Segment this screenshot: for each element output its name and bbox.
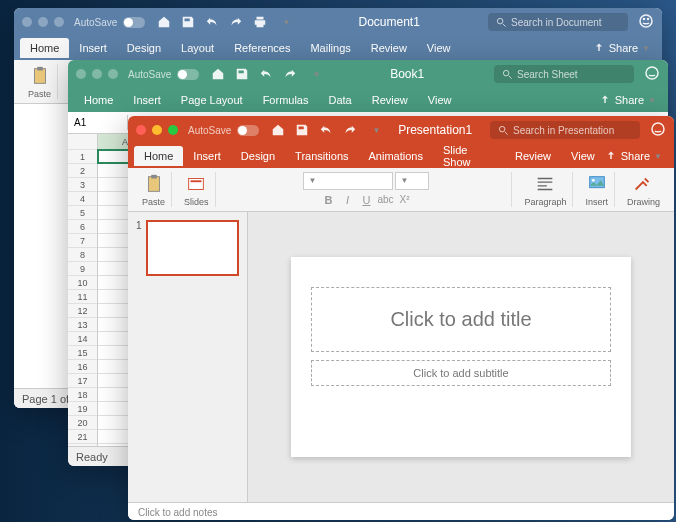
qat-customize-icon[interactable]: ▼ bbox=[312, 70, 320, 79]
insert-icon[interactable] bbox=[586, 173, 608, 195]
tab-view[interactable]: View bbox=[418, 90, 462, 110]
tab-page-layout[interactable]: Page Layout bbox=[171, 90, 253, 110]
undo-icon[interactable] bbox=[205, 15, 219, 29]
maximize-icon[interactable] bbox=[108, 69, 118, 79]
qat-customize-icon[interactable]: ▼ bbox=[282, 18, 290, 27]
home-icon[interactable] bbox=[271, 123, 285, 137]
subtitle-placeholder[interactable]: Click to add subtitle bbox=[311, 360, 611, 386]
paragraph-icon[interactable] bbox=[534, 173, 556, 195]
slide-canvas[interactable]: Click to add title Click to add subtitle bbox=[291, 257, 631, 457]
share-button[interactable]: Share▼ bbox=[599, 94, 662, 106]
slide-thumbnail[interactable]: 1 bbox=[136, 220, 239, 276]
tab-home[interactable]: Home bbox=[134, 146, 183, 166]
tab-insert[interactable]: Insert bbox=[123, 90, 171, 110]
tab-animations[interactable]: Animations bbox=[359, 146, 433, 166]
notes-pane[interactable]: Click to add notes bbox=[128, 502, 674, 520]
row-header[interactable]: 20 bbox=[68, 416, 97, 430]
tab-home[interactable]: Home bbox=[74, 90, 123, 110]
print-icon[interactable] bbox=[253, 15, 267, 29]
feedback-icon[interactable] bbox=[650, 121, 666, 139]
row-header[interactable]: 15 bbox=[68, 346, 97, 360]
maximize-icon[interactable] bbox=[54, 17, 64, 27]
maximize-icon[interactable] bbox=[168, 125, 178, 135]
undo-icon[interactable] bbox=[259, 67, 273, 81]
row-header[interactable]: 21 bbox=[68, 430, 97, 444]
row-header[interactable]: 7 bbox=[68, 234, 97, 248]
paste-icon[interactable] bbox=[29, 65, 51, 87]
underline-button[interactable]: U bbox=[357, 192, 375, 208]
close-icon[interactable] bbox=[76, 69, 86, 79]
row-header[interactable]: 19 bbox=[68, 402, 97, 416]
row-header[interactable]: 13 bbox=[68, 318, 97, 332]
paste-icon[interactable] bbox=[143, 173, 165, 195]
tab-review[interactable]: Review bbox=[505, 146, 561, 166]
tab-layout[interactable]: Layout bbox=[171, 38, 224, 58]
home-icon[interactable] bbox=[157, 15, 171, 29]
search-box[interactable]: Search in Document bbox=[488, 13, 628, 31]
tab-insert[interactable]: Insert bbox=[69, 38, 117, 58]
row-header[interactable]: 10 bbox=[68, 276, 97, 290]
drawing-icon[interactable] bbox=[632, 173, 654, 195]
tab-review[interactable]: Review bbox=[361, 38, 417, 58]
close-icon[interactable] bbox=[22, 17, 32, 27]
close-icon[interactable] bbox=[136, 125, 146, 135]
search-box[interactable]: Search Sheet bbox=[494, 65, 634, 83]
italic-button[interactable]: I bbox=[338, 192, 356, 208]
tab-insert[interactable]: Insert bbox=[183, 146, 231, 166]
tab-home[interactable]: Home bbox=[20, 38, 69, 58]
row-header[interactable]: 11 bbox=[68, 290, 97, 304]
minimize-icon[interactable] bbox=[92, 69, 102, 79]
home-icon[interactable] bbox=[211, 67, 225, 81]
search-box[interactable]: Search in Presentation bbox=[490, 121, 640, 139]
tab-slide-show[interactable]: Slide Show bbox=[433, 140, 505, 172]
redo-icon[interactable] bbox=[229, 15, 243, 29]
tab-design[interactable]: Design bbox=[117, 38, 171, 58]
tab-design[interactable]: Design bbox=[231, 146, 285, 166]
redo-icon[interactable] bbox=[283, 67, 297, 81]
redo-icon[interactable] bbox=[343, 123, 357, 137]
tab-view[interactable]: View bbox=[417, 38, 461, 58]
minimize-icon[interactable] bbox=[152, 125, 162, 135]
tab-data[interactable]: Data bbox=[318, 90, 361, 110]
feedback-icon[interactable] bbox=[644, 65, 660, 83]
tab-review[interactable]: Review bbox=[362, 90, 418, 110]
share-button[interactable]: Share▼ bbox=[605, 150, 668, 162]
font-name-combo[interactable]: ▼ bbox=[303, 172, 393, 190]
autosave-toggle[interactable] bbox=[177, 69, 199, 80]
row-header[interactable]: 3 bbox=[68, 178, 97, 192]
row-header[interactable]: 9 bbox=[68, 262, 97, 276]
minimize-icon[interactable] bbox=[38, 17, 48, 27]
font-size-combo[interactable]: ▼ bbox=[395, 172, 429, 190]
autosave-toggle[interactable] bbox=[123, 17, 145, 28]
row-header[interactable]: 16 bbox=[68, 360, 97, 374]
row-header[interactable]: 6 bbox=[68, 220, 97, 234]
title-placeholder[interactable]: Click to add title bbox=[311, 287, 611, 352]
save-icon[interactable] bbox=[235, 67, 249, 81]
row-header[interactable]: 1 bbox=[68, 150, 97, 164]
feedback-icon[interactable] bbox=[638, 13, 654, 31]
tab-transitions[interactable]: Transitions bbox=[285, 146, 358, 166]
new-slide-icon[interactable] bbox=[185, 173, 207, 195]
superscript-button[interactable]: X² bbox=[395, 192, 413, 208]
row-header[interactable]: 12 bbox=[68, 304, 97, 318]
save-icon[interactable] bbox=[181, 15, 195, 29]
row-header[interactable]: 5 bbox=[68, 206, 97, 220]
save-icon[interactable] bbox=[295, 123, 309, 137]
share-button[interactable]: Share▼ bbox=[593, 42, 656, 54]
qat-customize-icon[interactable]: ▼ bbox=[372, 126, 380, 135]
tab-mailings[interactable]: Mailings bbox=[300, 38, 360, 58]
name-box[interactable]: A1 bbox=[68, 115, 128, 130]
row-header[interactable]: 4 bbox=[68, 192, 97, 206]
undo-icon[interactable] bbox=[319, 123, 333, 137]
row-header[interactable]: 18 bbox=[68, 388, 97, 402]
row-header[interactable]: 2 bbox=[68, 164, 97, 178]
tab-formulas[interactable]: Formulas bbox=[253, 90, 319, 110]
autosave-toggle[interactable] bbox=[237, 125, 259, 136]
bold-button[interactable]: B bbox=[319, 192, 337, 208]
row-header[interactable]: 17 bbox=[68, 374, 97, 388]
strike-button[interactable]: abc bbox=[376, 192, 394, 208]
tab-view[interactable]: View bbox=[561, 146, 605, 166]
tab-references[interactable]: References bbox=[224, 38, 300, 58]
row-header[interactable]: 14 bbox=[68, 332, 97, 346]
row-header[interactable]: 8 bbox=[68, 248, 97, 262]
